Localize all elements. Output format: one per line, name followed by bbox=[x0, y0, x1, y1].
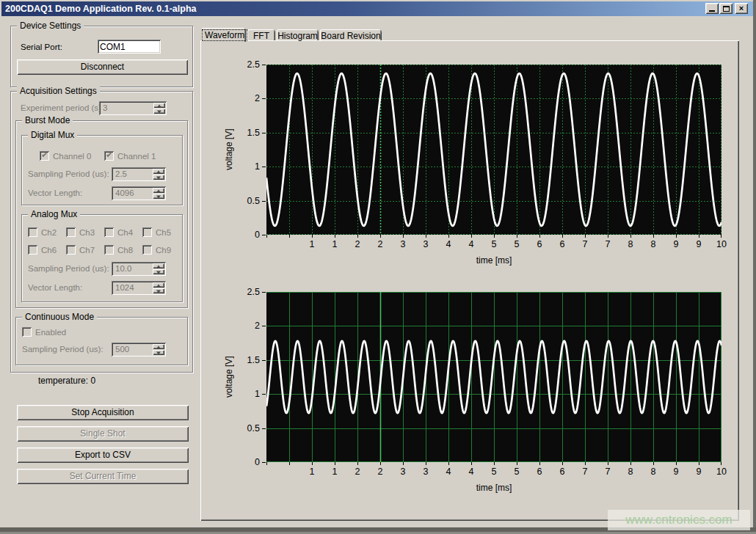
stop-acquisition-button[interactable]: Stop Acquisition bbox=[17, 405, 189, 420]
x-tick-label: 10 bbox=[716, 239, 727, 249]
close-button[interactable]: × bbox=[735, 3, 748, 14]
serial-port-input[interactable] bbox=[98, 40, 161, 54]
x-tick-mark bbox=[585, 462, 586, 465]
analog-vector-length-label: Vector Length: bbox=[28, 283, 82, 292]
ch3-label: Ch3 bbox=[79, 228, 95, 237]
x-tick-label: 3 bbox=[424, 467, 429, 477]
waveform-chart-bottom: voltage [V] 00.511.522.5 112233445566778… bbox=[266, 292, 722, 462]
x-tick-label: 7 bbox=[606, 467, 611, 477]
digital-sampling-period-spinner: 2.5 bbox=[112, 167, 166, 181]
x-tick-label: 3 bbox=[401, 467, 406, 477]
y-axis-ticks: 00.511.522.5 bbox=[236, 292, 266, 462]
export-to-csv-button[interactable]: Export to CSV bbox=[17, 447, 189, 463]
x-tick-mark bbox=[357, 235, 358, 238]
x-tick-label: 4 bbox=[469, 239, 474, 249]
spin-up-button bbox=[153, 282, 164, 288]
x-tick-mark bbox=[426, 235, 426, 238]
watermark: www.cntronics.com bbox=[608, 510, 750, 530]
single-shot-button: Single Shot bbox=[17, 426, 189, 442]
y-tick-mark bbox=[262, 394, 266, 395]
waveform-plot-bottom bbox=[266, 292, 722, 462]
ch2-label: Ch2 bbox=[41, 228, 57, 237]
x-axis-label: time [ms] bbox=[266, 483, 722, 493]
y-tick-label: 0.5 bbox=[236, 196, 260, 206]
x-tick-label: 9 bbox=[674, 467, 679, 477]
minimize-icon bbox=[709, 10, 715, 12]
analog-vector-length-spinner: 1024 bbox=[112, 281, 166, 295]
x-tick-mark bbox=[517, 462, 517, 465]
x-tick-mark bbox=[448, 235, 449, 238]
ch7-label: Ch7 bbox=[79, 246, 95, 255]
device-settings-group: Device Settings bbox=[10, 26, 193, 87]
x-tick-mark bbox=[630, 462, 631, 465]
digital-mux-title: Digital Mux bbox=[28, 130, 77, 140]
analog-mux-title: Analog Mux bbox=[28, 209, 80, 219]
x-tick-label: 2 bbox=[355, 467, 360, 477]
x-tick-mark bbox=[266, 235, 267, 238]
x-tick-label: 4 bbox=[446, 467, 451, 477]
tab-board-revision[interactable]: Board Revision bbox=[320, 29, 382, 40]
x-tick-mark bbox=[585, 235, 586, 238]
tab-waveform[interactable]: Waveform bbox=[202, 28, 246, 42]
x-tick-label: 1 bbox=[332, 239, 338, 249]
y-axis-label: voltage [V] bbox=[224, 65, 236, 235]
x-tick-label: 6 bbox=[537, 239, 542, 249]
y-tick-label: 2.5 bbox=[236, 59, 260, 70]
window-border-right bbox=[753, 0, 756, 534]
y-tick-mark bbox=[262, 326, 266, 326]
x-tick-label: 2 bbox=[378, 467, 383, 477]
ch4-checkbox bbox=[104, 227, 114, 237]
x-tick-label: 10 bbox=[716, 467, 727, 477]
tab-histogram[interactable]: Histogram bbox=[277, 29, 319, 40]
y-tick-label: 0 bbox=[236, 457, 260, 467]
minimize-button[interactable] bbox=[705, 3, 719, 14]
disconnect-button[interactable]: Disconnect bbox=[17, 59, 188, 75]
x-tick-mark bbox=[380, 235, 381, 238]
temperature-label: temperature: bbox=[38, 376, 88, 386]
ch7-checkbox bbox=[66, 245, 76, 255]
x-axis-ticks: 11223344556677889910 bbox=[266, 235, 722, 251]
x-tick-mark bbox=[426, 462, 426, 465]
channel-1-checkbox bbox=[104, 151, 114, 161]
x-tick-label: 1 bbox=[310, 467, 315, 477]
x-tick-mark bbox=[494, 462, 495, 465]
y-tick-label: 0 bbox=[236, 230, 260, 240]
ch6-checkbox bbox=[28, 245, 37, 255]
maximize-button[interactable] bbox=[719, 3, 733, 14]
y-tick-label: 2 bbox=[236, 321, 260, 331]
continuous-sampling-period-spinner: 500 bbox=[112, 343, 166, 356]
x-tick-label: 5 bbox=[492, 239, 497, 249]
spin-up-button bbox=[153, 344, 164, 349]
x-tick-label: 6 bbox=[560, 467, 565, 477]
ch3-checkbox bbox=[66, 227, 76, 237]
device-settings-title: Device Settings bbox=[17, 21, 84, 31]
x-tick-label: 3 bbox=[401, 239, 406, 249]
analog-sampling-period-label: Sampling Period (us): bbox=[28, 264, 109, 273]
ch5-checkbox bbox=[142, 227, 152, 237]
channel-0-checkbox bbox=[40, 151, 49, 161]
x-tick-mark bbox=[289, 235, 290, 238]
x-tick-mark bbox=[539, 462, 540, 465]
y-tick-mark bbox=[262, 98, 266, 99]
y-tick-mark bbox=[262, 462, 266, 463]
tab-fft[interactable]: FFT bbox=[247, 29, 275, 40]
x-tick-mark bbox=[312, 235, 313, 238]
x-tick-label: 4 bbox=[469, 467, 474, 477]
spin-up-button bbox=[153, 103, 165, 108]
continuous-mode-title: Continuous Mode bbox=[22, 312, 97, 322]
ch2-checkbox bbox=[28, 227, 37, 237]
ch9-label: Ch9 bbox=[156, 246, 171, 255]
x-tick-mark bbox=[357, 462, 358, 465]
x-tick-mark bbox=[653, 235, 654, 238]
x-tick-label: 8 bbox=[651, 239, 656, 249]
x-tick-label: 7 bbox=[583, 239, 588, 249]
x-tick-mark bbox=[721, 235, 722, 238]
x-tick-mark bbox=[653, 462, 654, 465]
check-icon bbox=[106, 152, 112, 157]
ch5-label: Ch5 bbox=[156, 228, 171, 237]
x-tick-label: 2 bbox=[378, 239, 383, 249]
y-tick-label: 1 bbox=[236, 161, 260, 172]
window-title: 200CDAQ1 Demo Application Rev. 0.1-alpha bbox=[5, 4, 197, 14]
enabled-label: Enabled bbox=[35, 328, 66, 337]
x-tick-label: 7 bbox=[583, 467, 588, 477]
